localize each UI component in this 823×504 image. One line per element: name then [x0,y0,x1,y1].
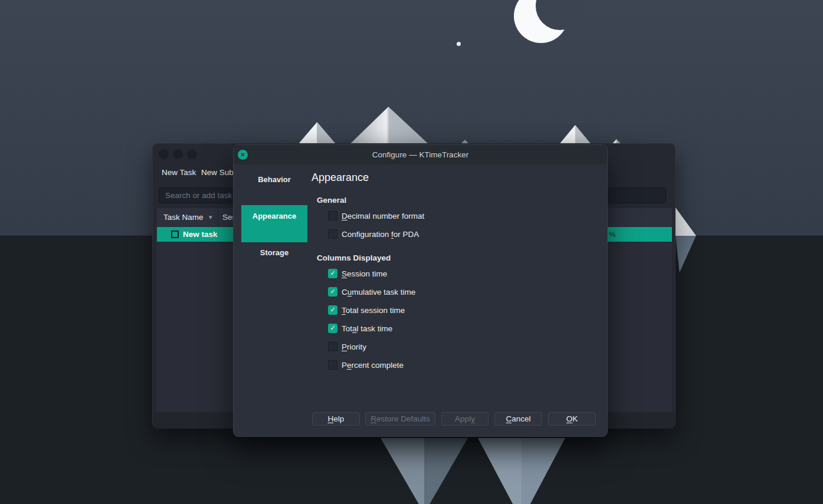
checkbox-label: Total session time [342,306,405,315]
window-control-close[interactable] [158,149,169,160]
sidebar-item-appearance[interactable]: Appearance [241,205,307,242]
checkbox[interactable]: ✓ [328,324,337,333]
checkbox-label: Percent complete [342,361,404,370]
sidebar-item-storage[interactable]: Storage [241,242,307,279]
checkbox-row-pda[interactable]: Configuration for PDA [328,229,419,239]
window-control-minimize[interactable] [172,149,183,160]
cancel-button[interactable]: Cancel [494,412,542,426]
check-icon: ✓ [330,324,335,331]
mountain-far-right-reflection [676,236,699,272]
checkbox[interactable] [328,360,337,370]
check-icon: ✓ [330,288,335,295]
sort-arrow-icon: ▾ [209,208,212,227]
window-control-maximize[interactable] [186,149,198,160]
dialog-button-row: Help Restore Defaults Apply Cancel OK [312,412,596,426]
dialog-title: Configure — KTimeTracker [234,145,607,164]
checkbox-row-priority[interactable]: Priority [328,342,366,351]
checkbox-label: Configuration for PDA [342,230,419,239]
mountain-far-right [676,207,703,236]
checkbox-label: Session time [342,269,387,278]
checkbox[interactable]: ✓ [328,305,337,315]
checkbox-row-total-task-time[interactable]: ✓ Total task time [328,324,392,333]
checkbox-label: Decimal number format [342,212,424,220]
checkbox[interactable]: ✓ [328,287,337,297]
restore-defaults-button: Restore Defaults [365,412,435,426]
column-divider [218,208,218,227]
water-reflection-right [478,438,565,504]
apply-button: Apply [441,412,488,426]
check-icon: ✓ [330,306,335,313]
water-reflection-left [381,438,468,504]
new-task-button[interactable]: New Task [162,167,196,178]
task-checkbox[interactable] [171,230,179,238]
desktop: New Task New Sub Task Name ▾ Ses New tas… [0,0,823,504]
check-icon: ✓ [330,269,335,276]
checkbox-label: Total task time [342,324,392,333]
section-title-general: General [317,195,346,206]
checkbox-row-decimal-format[interactable]: Decimal number format [328,211,424,220]
checkbox[interactable] [328,229,337,239]
column-header-task-name[interactable]: Task Name [160,208,207,227]
checkbox-row-total-session-time[interactable]: ✓ Total session time [328,305,405,315]
page-title: Appearance [312,171,369,184]
checkbox-row-cumulative-task-time[interactable]: ✓ Cumulative task time [328,287,415,297]
task-percent: % [609,227,616,242]
checkbox-row-session-time[interactable]: ✓ Session time [328,269,387,278]
task-name: New task [183,227,218,242]
sidebar-item-behavior[interactable]: Behavior [241,169,307,205]
help-button[interactable]: Help [312,412,360,426]
star-dot [457,42,461,46]
checkbox[interactable] [328,342,337,351]
dialog-titlebar: ✕ Configure — KTimeTracker [234,145,607,164]
checkbox[interactable] [328,211,337,220]
section-title-columns-displayed: Columns Displayed [317,253,391,263]
configure-dialog: ✕ Configure — KTimeTracker Behavior Appe… [233,144,608,437]
checkbox-label: Priority [342,342,366,351]
checkbox[interactable]: ✓ [328,269,337,278]
new-subtask-button[interactable]: New Sub [201,167,234,178]
checkbox-label: Cumulative task time [342,288,415,297]
checkbox-row-percent-complete[interactable]: Percent complete [328,360,404,370]
ok-button[interactable]: OK [548,412,596,426]
